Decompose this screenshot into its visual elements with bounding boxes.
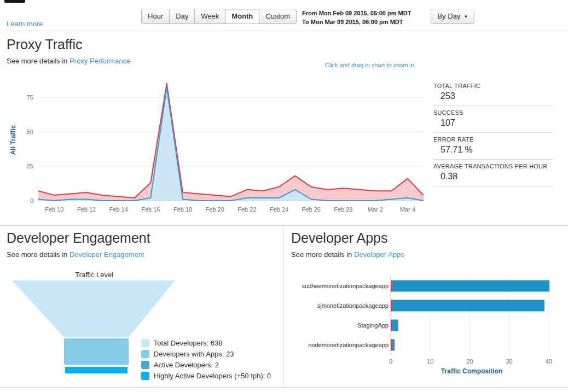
legend-label: Highly Active Developers (+50 tph): 0	[154, 372, 271, 380]
bottom-panels: Developer Engagement See more details in…	[0, 226, 568, 388]
date-from: From Mon Feb 09 2015, 05:00 pm MDT	[302, 9, 411, 18]
stat-value: 0.38	[433, 172, 554, 182]
legend-item: Highly Active Developers (+50 tph): 0	[141, 372, 271, 380]
svg-text:Traffic Composition: Traffic Composition	[441, 367, 503, 375]
group-by-dropdown[interactable]: By Day▼	[431, 9, 474, 24]
legend-item: Developers with Apps: 23	[141, 350, 271, 358]
svg-text:Feb 12: Feb 12	[77, 206, 96, 213]
developer-apps-title: Developer Apps	[291, 230, 560, 246]
details-text: See more details in	[7, 250, 67, 259]
svg-text:Mar 2: Mar 2	[368, 206, 383, 213]
details-text: See more details in	[7, 57, 67, 65]
proxy-performance-link[interactable]: Proxy Performance	[69, 57, 130, 65]
developer-apps-chart: 010203040sudheemonetizationpackageappsjm…	[291, 272, 560, 377]
legend-item: Active Developers: 2	[141, 361, 271, 369]
svg-text:0: 0	[30, 197, 33, 204]
legend-label: Total Developers: 638	[154, 339, 223, 347]
time-controls: Hour Day Week Month Custom From Mon Feb …	[141, 9, 474, 27]
legend-label: Developers with Apps: 23	[154, 350, 234, 358]
funnel-title: Traffic Level	[12, 271, 176, 279]
stat-total-traffic: TOTAL TRAFFIC 253	[433, 80, 554, 106]
navbar-remnant	[4, 0, 25, 3]
svg-text:30: 30	[506, 358, 512, 365]
legend-swatch-icon	[141, 339, 149, 347]
svg-text:0: 0	[389, 358, 392, 365]
svg-text:sudheemonetizationpackageapp: sudheemonetizationpackageapp	[302, 283, 389, 289]
zoom-hint: Click and drag in chart to zoom in.	[325, 62, 416, 68]
developer-apps-section: Developer Apps See more details in Devel…	[283, 226, 568, 387]
svg-text:nodemonetizationpackageapp: nodemonetizationpackageapp	[308, 342, 389, 348]
developer-engagement-title: Developer Engagement	[7, 230, 276, 246]
range-button-hour[interactable]: Hour	[141, 9, 170, 24]
toolbar: Learn more Hour Day Week Month Custom Fr…	[0, 0, 568, 31]
stat-label: AVERAGE TRANSACTIONS PER HOUR	[433, 163, 554, 169]
svg-text:Feb 20: Feb 20	[206, 206, 224, 213]
svg-text:50: 50	[27, 128, 33, 135]
svg-text:Feb 18: Feb 18	[173, 206, 192, 213]
svg-text:20: 20	[466, 358, 473, 365]
engagement-details: See more details in Developer Engagement	[7, 250, 276, 259]
developer-apps-link[interactable]: Developer Apps	[354, 250, 404, 259]
svg-text:25: 25	[27, 163, 33, 169]
legend-item: Total Developers: 638	[141, 339, 271, 347]
apps-details: See more details in Developer Apps	[291, 250, 560, 259]
legend-swatch-icon	[141, 350, 149, 358]
svg-text:Feb 16: Feb 16	[141, 206, 160, 213]
caret-down-icon: ▼	[463, 15, 468, 20]
svg-text:40: 40	[546, 358, 552, 365]
svg-text:All Traffic: All Traffic	[9, 125, 17, 155]
proxy-chart-row: 0255075Feb 10Feb 12Feb 14Feb 16Feb 18Feb…	[7, 72, 561, 218]
range-button-week[interactable]: Week	[194, 9, 225, 24]
stat-value: 253	[433, 91, 554, 101]
svg-text:Feb 14: Feb 14	[109, 206, 128, 213]
svg-text:Feb 24: Feb 24	[270, 206, 288, 213]
group-by-label: By Day	[437, 12, 460, 20]
svg-text:sjmonetizationpackageapp: sjmonetizationpackageapp	[317, 302, 389, 309]
date-range: From Mon Feb 09 2015, 05:00 pm MDT To Mo…	[302, 9, 411, 27]
details-text: See more details in	[291, 250, 352, 259]
proxy-traffic-section: Proxy Traffic See more details in Proxy …	[0, 31, 568, 226]
stat-label: SUCCESS	[433, 109, 554, 116]
funnel-area: Traffic Level Total Developers: 638Devel…	[7, 271, 276, 380]
svg-text:Feb 10: Feb 10	[45, 206, 63, 213]
svg-text:10: 10	[427, 358, 433, 365]
svg-text:StagingApp: StagingApp	[357, 322, 389, 329]
svg-text:Feb 22: Feb 22	[237, 206, 256, 213]
stat-value: 107	[433, 118, 554, 128]
stat-success: SUCCESS 107	[433, 107, 554, 133]
svg-text:Feb 26: Feb 26	[302, 206, 321, 213]
stat-value: 57.71 %	[433, 145, 554, 155]
range-button-custom[interactable]: Custom	[259, 9, 297, 24]
developer-engagement-section: Developer Engagement See more details in…	[0, 226, 283, 387]
stat-label: TOTAL TRAFFIC	[433, 83, 554, 89]
svg-text:75: 75	[27, 94, 33, 101]
learn-more-link[interactable]: Learn more	[7, 20, 43, 28]
legend-swatch-icon	[141, 361, 149, 369]
legend-label: Active Developers: 2	[154, 361, 219, 369]
proxy-traffic-title: Proxy Traffic	[7, 37, 561, 52]
date-to: To Mon Mar 09 2015, 06:00 pm MDT	[302, 18, 411, 27]
range-button-day[interactable]: Day	[169, 9, 195, 24]
stat-error-rate: ERROR RATE 57.71 %	[433, 134, 554, 160]
proxy-traffic-chart[interactable]: 0255075Feb 10Feb 12Feb 14Feb 16Feb 18Feb…	[7, 72, 429, 218]
stat-label: ERROR RATE	[433, 136, 554, 143]
time-range-button-group: Hour Day Week Month Custom	[141, 9, 297, 24]
funnel-legend: Total Developers: 638Developers with App…	[141, 336, 271, 380]
proxy-details: See more details in Proxy Performance	[7, 57, 561, 65]
developer-engagement-link[interactable]: Developer Engagement	[69, 250, 144, 259]
traffic-stats: TOTAL TRAFFIC 253 SUCCESS 107 ERROR RATE…	[433, 80, 554, 218]
range-button-month[interactable]: Month	[225, 9, 259, 24]
svg-text:Feb 28: Feb 28	[334, 206, 352, 213]
svg-text:Mar 4: Mar 4	[400, 206, 415, 213]
legend-swatch-icon	[141, 372, 149, 380]
stat-avg-tph: AVERAGE TRANSACTIONS PER HOUR 0.38	[433, 161, 554, 186]
